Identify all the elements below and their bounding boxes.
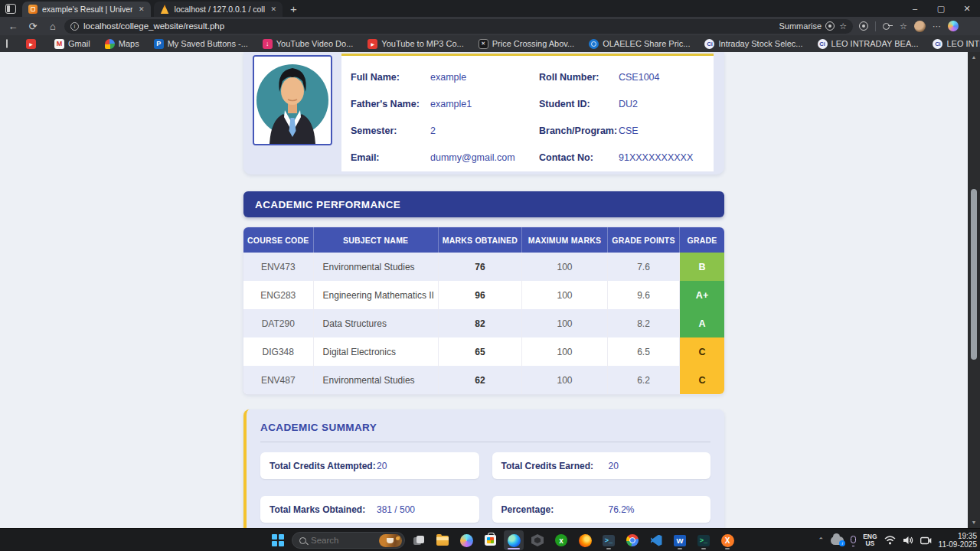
field-value: CSE <box>619 117 704 144</box>
taskbar-firefox[interactable] <box>575 530 595 550</box>
back-button[interactable]: ← <box>5 21 21 32</box>
bookmark-favicon <box>933 39 942 49</box>
wallet-key-icon[interactable] <box>883 21 893 31</box>
xampp-icon: X <box>721 534 734 547</box>
field-label: Semester: <box>351 117 430 144</box>
bookmark-item[interactable]: YouTube Video Do... <box>258 39 358 49</box>
xbox-icon: x <box>555 534 567 546</box>
running-indicator <box>701 548 706 550</box>
refresh-button[interactable]: ⟳ <box>24 21 41 32</box>
taskbar-unity-hub[interactable] <box>528 530 547 550</box>
camera-icon[interactable] <box>920 536 932 545</box>
phpmyadmin-favicon <box>160 5 170 14</box>
course-code-cell: ENV473 <box>243 253 313 281</box>
tab-close-icon[interactable]: ✕ <box>270 5 279 13</box>
student-avatar-image <box>254 57 331 144</box>
taskbar-word[interactable]: W <box>670 530 690 550</box>
scroll-down-icon[interactable]: ▼ <box>968 517 980 528</box>
word-icon: W <box>674 535 686 546</box>
scroll-up-icon[interactable]: ▲ <box>968 52 980 63</box>
microphone-icon[interactable] <box>851 536 856 543</box>
bookmark-item[interactable]: Gmail <box>50 39 95 49</box>
bookmark-item[interactable] <box>21 39 44 49</box>
taskbar-copilot[interactable] <box>456 530 476 550</box>
bookmark-item[interactable]: OLAELEC Share Pric... <box>584 39 694 49</box>
favorites-bar-icon[interactable]: ☆ <box>900 21 907 31</box>
windows-logo-icon <box>272 534 284 546</box>
profile-avatar[interactable] <box>914 21 926 32</box>
start-button[interactable] <box>268 530 288 550</box>
taskbar-chrome[interactable] <box>622 530 642 550</box>
favorite-star-icon[interactable]: ☆ <box>839 21 847 31</box>
browser-essentials-icon[interactable] <box>859 21 868 31</box>
tab-phpmyadmin[interactable]: localhost / 127.0.0.1 / college_db ✕ <box>154 2 283 17</box>
tray-time: 19:35 <box>958 532 977 540</box>
bookmark-favicon <box>589 39 599 49</box>
volume-icon[interactable] <box>903 536 913 545</box>
taskbar-terminal-preview[interactable]: >_ <box>694 530 714 550</box>
tab-result-page[interactable]: example's Result | University Resu ✕ <box>22 2 151 17</box>
subject-name-cell: Environmental Studies <box>313 366 438 394</box>
summarise-button[interactable]: Summarise <box>779 21 835 31</box>
summary-stat-value: 381 / 500 <box>377 504 415 515</box>
bookmark-favicon <box>368 39 377 49</box>
new-tab-button[interactable]: + <box>290 2 297 15</box>
copilot-icon <box>460 534 473 547</box>
taskbar-file-explorer[interactable] <box>433 530 452 550</box>
summary-stat-label: Total Credits Attempted: <box>270 461 377 471</box>
bookmark-item[interactable]: Intraday Stock Selec... <box>700 39 807 49</box>
summary-stat-value: 76.2% <box>609 504 635 515</box>
course-code-cell: ENV487 <box>243 366 313 394</box>
maximum-marks-cell: 100 <box>522 366 608 394</box>
bookmark-item[interactable]: My Saved Buttons -... <box>149 39 253 49</box>
bookmark-item[interactable]: LEO INTRADAY BUL... <box>928 39 980 49</box>
taskbar-store[interactable] <box>480 530 500 550</box>
bookmark-item[interactable]: Price Crossing Abov... <box>474 39 579 49</box>
tab-actions-icon[interactable] <box>5 4 16 14</box>
grade-points-cell: 9.6 <box>607 281 679 309</box>
field-value: 2 <box>430 117 539 144</box>
maximum-marks-cell: 100 <box>522 337 608 366</box>
taskbar-xampp[interactable]: X <box>717 530 737 550</box>
grade-points-cell: 6.5 <box>607 337 679 366</box>
minimize-button[interactable]: – <box>902 0 928 17</box>
onedrive-icon[interactable] <box>831 536 844 545</box>
bookmark-item[interactable]: Maps <box>100 39 144 49</box>
running-indicator <box>678 548 682 550</box>
grade-badge-cell: A+ <box>680 281 724 309</box>
taskbar-edge[interactable] <box>504 530 524 550</box>
sidebar-apps-icon[interactable] <box>6 39 8 48</box>
desktop: example's Result | University Resu ✕ loc… <box>0 0 980 551</box>
copilot-icon[interactable] <box>948 21 959 31</box>
vscode-icon <box>651 535 662 546</box>
language-indicator[interactable]: ENG US <box>863 533 877 547</box>
field-value: 91XXXXXXXXXX <box>619 144 704 171</box>
page-scrollbar[interactable]: ▲ ▼ <box>968 52 980 528</box>
taskbar-vscode[interactable] <box>646 530 666 550</box>
site-info-icon[interactable]: i <box>70 22 79 31</box>
search-input[interactable] <box>311 536 364 545</box>
grade-points-cell: 8.2 <box>607 309 679 337</box>
home-button[interactable]: ⌂ <box>44 21 61 32</box>
bookmark-item[interactable]: LEO INTRADAY BEA... <box>813 39 923 49</box>
taskbar-search[interactable] <box>292 532 405 549</box>
summary-stat-label: Total Credits Earned: <box>501 461 609 471</box>
address-bar[interactable]: i localhost/college_website/result.php S… <box>64 19 853 34</box>
bookmark-item[interactable]: YouTube to MP3 Co... <box>363 39 468 49</box>
scrollbar-thumb[interactable] <box>971 189 977 360</box>
running-indicator <box>606 548 611 550</box>
wifi-icon[interactable] <box>884 536 896 545</box>
url-text[interactable]: localhost/college_website/result.php <box>83 21 775 31</box>
taskbar-clock[interactable]: 19:35 11-09-2025 <box>939 532 977 549</box>
close-button[interactable]: ✕ <box>954 0 980 17</box>
read-aloud-icon[interactable] <box>825 21 835 31</box>
column-header: MAXIMUM MARKS <box>522 227 608 253</box>
column-header: COURSE CODE <box>243 227 313 253</box>
tab-close-icon[interactable]: ✕ <box>137 5 146 13</box>
taskbar-terminal[interactable]: >_ <box>599 530 619 550</box>
maximize-button[interactable]: ▢ <box>928 0 954 17</box>
more-menu-icon[interactable]: ⋯ <box>933 21 941 31</box>
taskbar-task-view[interactable] <box>409 530 429 550</box>
hidden-icons-chevron[interactable]: ⌃ <box>818 536 825 544</box>
taskbar-xbox[interactable]: x <box>551 530 571 550</box>
